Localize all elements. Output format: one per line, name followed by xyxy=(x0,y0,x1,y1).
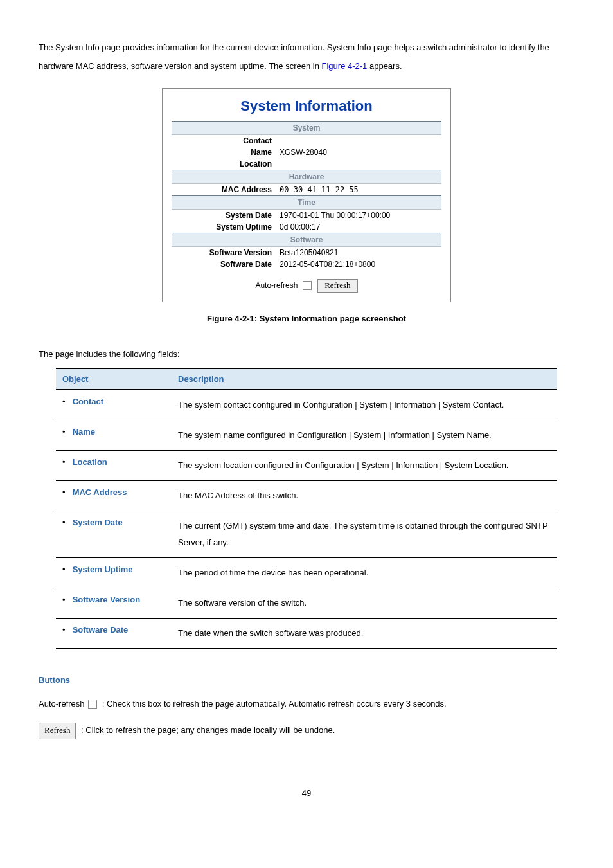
row-mac-val: 00-30-4f-11-22-55 xyxy=(276,184,441,196)
row-name-key: Name xyxy=(172,147,276,158)
table-row: • Location The system location configure… xyxy=(56,451,557,481)
system-info-table: System Contact NameXGSW-28040 Location H… xyxy=(172,121,441,270)
caption-text: System Information page screenshot xyxy=(257,314,406,323)
bullet-icon: • xyxy=(62,397,70,406)
row-sysdate-key: System Date xyxy=(172,210,276,222)
field-label: System Date xyxy=(73,518,123,527)
row-location-val xyxy=(276,158,441,170)
system-info-screenshot: System Information System Contact NameXG… xyxy=(162,88,451,302)
bullet-icon: • xyxy=(62,457,70,467)
bullet-icon: • xyxy=(62,487,70,497)
refresh-desc: : Click to refresh the page; any changes… xyxy=(81,725,335,735)
field-label: Name xyxy=(73,427,95,437)
field-desc: The system name configured in Configurat… xyxy=(172,420,557,451)
fields-table: Object Description • Contact The system … xyxy=(56,368,557,649)
field-desc: The system location configured in Config… xyxy=(172,451,557,481)
row-mac-key: MAC Address xyxy=(172,184,276,196)
row-uptime-key: System Uptime xyxy=(172,221,276,233)
table-row: • Software Version The software version … xyxy=(56,588,557,619)
refresh-button[interactable]: Refresh xyxy=(317,279,357,293)
row-sysdate-val: 1970-01-01 Thu 00:00:17+00:00 xyxy=(276,210,441,222)
auto-refresh-desc: : Check this box to refresh the page aut… xyxy=(102,699,447,709)
row-swver-val: Beta1205040821 xyxy=(276,247,441,259)
table-row: • MAC Address The MAC Address of this sw… xyxy=(56,481,557,511)
table-row: • System Date The current (GMT) system t… xyxy=(56,511,557,558)
field-desc: The MAC Address of this switch. xyxy=(172,481,557,511)
section-hardware: Hardware xyxy=(172,170,441,184)
field-desc: The date when the switch software was pr… xyxy=(172,619,557,649)
field-label: MAC Address xyxy=(73,487,127,497)
field-label: Contact xyxy=(73,397,103,406)
row-name-val: XGSW-28040 xyxy=(276,147,441,158)
field-desc: The software version of the switch. xyxy=(172,588,557,619)
row-uptime-val: 0d 00:00:17 xyxy=(276,221,441,233)
section-system: System xyxy=(172,122,441,135)
field-desc: The period of time the device has been o… xyxy=(172,558,557,588)
bullet-icon: • xyxy=(62,595,70,604)
page-number: 49 xyxy=(0,777,613,817)
bullet-icon: • xyxy=(62,427,70,437)
table-row: • Name The system name configured in Con… xyxy=(56,420,557,451)
bullet-icon: • xyxy=(62,565,70,574)
intro-text-a: The System Info page provides informatio… xyxy=(39,42,549,71)
intro-paragraph: The System Info page provides informatio… xyxy=(39,39,574,75)
refresh-hint: Refresh : Click to refresh the page; any… xyxy=(39,723,574,739)
row-contact-val xyxy=(276,135,441,147)
field-desc: The system contact configured in Configu… xyxy=(172,390,557,420)
field-label: System Uptime xyxy=(73,565,133,574)
section-software: Software xyxy=(172,233,441,247)
table-row: • System Uptime The period of time the d… xyxy=(56,558,557,588)
row-swdate-val: 2012-05-04T08:21:18+0800 xyxy=(276,258,441,270)
refresh-button-inline: Refresh xyxy=(39,723,76,739)
intro-text-b: appears. xyxy=(367,61,402,71)
checkbox-icon xyxy=(88,700,97,709)
field-label: Location xyxy=(73,457,107,467)
bullet-icon: • xyxy=(62,625,70,635)
field-desc: The current (GMT) system time and date. … xyxy=(172,511,557,558)
auto-refresh-hint: Auto-refresh : Check this box to refresh… xyxy=(39,698,574,711)
row-contact-key: Contact xyxy=(172,135,276,147)
intro-figure-link[interactable]: Figure 4-2-1 xyxy=(322,61,368,71)
section-time: Time xyxy=(172,196,441,210)
buttons-heading: Buttons xyxy=(39,675,574,685)
field-label: Software Version xyxy=(73,595,140,604)
screenshot-title: System Information xyxy=(172,95,441,121)
auto-refresh-checkbox[interactable] xyxy=(303,281,312,290)
row-swver-key: Software Version xyxy=(172,247,276,259)
auto-refresh-label-inline: Auto-refresh xyxy=(39,699,85,709)
field-label: Software Date xyxy=(73,625,129,635)
fields-intro: The page includes the following fields: xyxy=(39,349,574,359)
row-swdate-key: Software Date xyxy=(172,258,276,270)
table-row: • Contact The system contact configured … xyxy=(56,390,557,420)
table-row: • Software Date The date when the switch… xyxy=(56,619,557,649)
caption-prefix: Figure 4-2-1: xyxy=(207,314,257,323)
auto-refresh-label: Auto-refresh xyxy=(255,281,298,290)
bullet-icon: • xyxy=(62,518,70,527)
figure-caption: Figure 4-2-1: System Information page sc… xyxy=(39,314,574,323)
fields-col-object: Object xyxy=(56,368,172,390)
row-location-key: Location xyxy=(172,158,276,170)
fields-col-description: Description xyxy=(172,368,557,390)
